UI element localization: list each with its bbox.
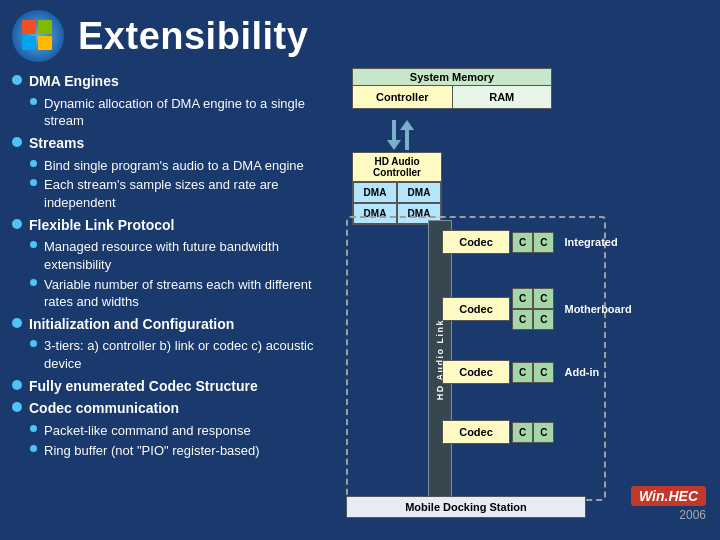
item-text: Each stream's sample sizes and rate are … <box>44 176 322 211</box>
arrow-up-connector <box>400 120 414 150</box>
ram-box: RAM <box>453 86 552 108</box>
bullet-icon <box>30 425 37 432</box>
list-item: Bind single program's audio to a DMA eng… <box>30 157 322 175</box>
winhec-logo-area: Win.HEC 2006 <box>631 486 706 522</box>
sys-mem-inner: Controller RAM <box>352 86 552 109</box>
section-title: Initialization and Configuration <box>29 315 234 334</box>
cc-cell: C <box>512 422 533 443</box>
hd-audio-controller-label: HD AudioController <box>352 152 442 182</box>
bullet-icon <box>30 340 37 347</box>
svg-rect-4 <box>38 36 52 50</box>
item-text: Variable number of streams each with dif… <box>44 276 322 311</box>
bullet-icon <box>12 75 22 85</box>
motherboard-badge: Motherboard <box>564 303 631 315</box>
integrated-badge: Integrated <box>564 236 617 248</box>
item-text: Ring buffer (not "PIO" register-based) <box>44 442 260 460</box>
winhec-year: 2006 <box>679 508 706 522</box>
codec-box-addin: Codec <box>442 360 510 384</box>
bullet-icon <box>12 380 22 390</box>
list-item: Packet-like command and response <box>30 422 322 440</box>
cc-cell: C <box>533 422 554 443</box>
windows-logo-icon <box>12 10 64 62</box>
bullet-icon <box>12 137 22 147</box>
arrow-down-connector <box>387 120 401 150</box>
mobile-docking-station-box: Mobile Docking Station <box>346 496 586 518</box>
codec-box-motherboard: Codec <box>442 297 510 321</box>
system-memory-box: System Memory Controller RAM <box>352 68 552 109</box>
section-title: Codec communication <box>29 399 179 418</box>
codec-box-4: Codec <box>442 420 510 444</box>
list-item: Codec communication <box>12 399 322 418</box>
bullet-icon <box>12 219 22 229</box>
cc-cell: C <box>533 362 554 383</box>
cc-cell: C <box>512 232 533 253</box>
bullet-icon <box>12 318 22 328</box>
codec-row-motherboard: Codec C C C C Motherboard <box>442 288 632 330</box>
hd-audio-controller-block: HD AudioController DMA DMA DMA DMA <box>352 152 442 225</box>
cc-cell: C <box>512 362 533 383</box>
cc-cell: C <box>533 309 554 330</box>
list-item: Streams <box>12 134 322 153</box>
section-title: Fully enumerated Codec Structure <box>29 377 258 396</box>
svg-rect-2 <box>38 20 52 34</box>
cc-cell: C <box>533 288 554 309</box>
codec-cc-grid: C C <box>512 232 554 253</box>
item-text: 3-tiers: a) controller b) link or codec … <box>44 337 322 372</box>
section-title: Streams <box>29 134 84 153</box>
list-item: Initialization and Configuration <box>12 315 322 334</box>
bullet-icon <box>30 445 37 452</box>
list-item: Fully enumerated Codec Structure <box>12 377 322 396</box>
dma-cell: DMA <box>397 182 441 203</box>
cc-cell: C <box>512 288 533 309</box>
left-panel: DMA Engines Dynamic allocation of DMA en… <box>12 68 322 528</box>
page-title: Extensibility <box>78 15 308 58</box>
codec-cc-grid-3: C C <box>512 362 554 383</box>
bullet-icon <box>30 241 37 248</box>
right-panel: System Memory Controller RAM HD AudioCon… <box>332 68 708 528</box>
hd-audio-link-region <box>346 216 606 501</box>
section-title: DMA Engines <box>29 72 119 91</box>
list-item: 3-tiers: a) controller b) link or codec … <box>30 337 322 372</box>
cc-cell: C <box>533 232 554 253</box>
codec-cc-grid-4: C C <box>512 422 554 443</box>
cc-cell: C <box>512 309 533 330</box>
list-item: Dynamic allocation of DMA engine to a si… <box>30 95 322 130</box>
bullet-icon <box>30 98 37 105</box>
item-text: Dynamic allocation of DMA engine to a si… <box>44 95 322 130</box>
system-memory-label: System Memory <box>352 68 552 86</box>
codec-row-addin: Codec C C Add-in <box>442 360 599 384</box>
winhec-logo: Win.HEC <box>631 486 706 506</box>
list-item: Each stream's sample sizes and rate are … <box>30 176 322 211</box>
header: Extensibility <box>0 0 720 68</box>
codec-row-4: Codec C C <box>442 420 554 444</box>
svg-rect-1 <box>22 20 36 34</box>
bullet-icon <box>12 402 22 412</box>
codec-cc-grid-2: C C C C <box>512 288 554 330</box>
list-item: Managed resource with future bandwidth e… <box>30 238 322 273</box>
svg-rect-3 <box>22 36 36 50</box>
codec-row-integrated: Codec C C Integrated <box>442 230 618 254</box>
list-item: DMA Engines <box>12 72 322 91</box>
list-item: Variable number of streams each with dif… <box>30 276 322 311</box>
bullet-icon <box>30 179 37 186</box>
dma-cell: DMA <box>353 182 397 203</box>
controller-box: Controller <box>353 86 453 108</box>
bullet-icon <box>30 279 37 286</box>
item-text: Managed resource with future bandwidth e… <box>44 238 322 273</box>
list-item: Flexible Link Protocol <box>12 216 322 235</box>
item-text: Bind single program's audio to a DMA eng… <box>44 157 304 175</box>
item-text: Packet-like command and response <box>44 422 251 440</box>
section-title: Flexible Link Protocol <box>29 216 174 235</box>
addin-badge: Add-in <box>564 366 599 378</box>
codec-box-integrated: Codec <box>442 230 510 254</box>
main-content: DMA Engines Dynamic allocation of DMA en… <box>0 68 720 528</box>
svg-point-0 <box>12 10 64 62</box>
bullet-icon <box>30 160 37 167</box>
list-item: Ring buffer (not "PIO" register-based) <box>30 442 322 460</box>
